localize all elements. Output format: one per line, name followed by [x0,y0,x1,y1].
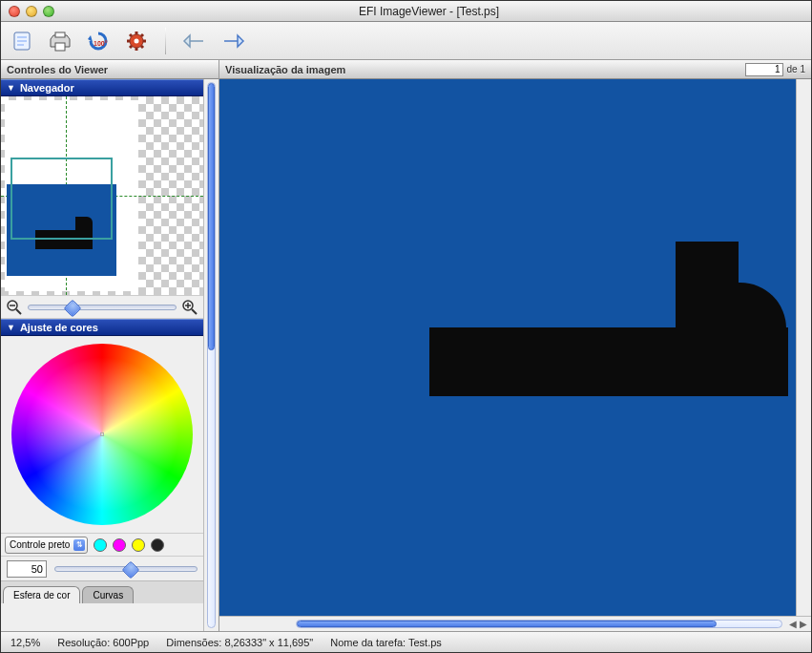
image-canvas[interactable] [219,79,796,616]
toolbar: 100° [1,22,811,60]
canvas-horizontal-scrollbar[interactable]: ◀ ▶ [219,616,811,631]
sidebar: Controles do Viewer Navegador [1,60,219,631]
toolbar-separator [165,28,166,54]
zoom-window-button[interactable] [43,6,54,17]
channel-dropdown[interactable]: Controle preto [5,537,88,554]
color-wheel[interactable] [11,344,193,525]
svg-line-18 [16,309,21,314]
sidebar-scrollbar[interactable] [203,79,219,631]
canvas-horizontal-scrollbar-thumb[interactable] [297,621,717,627]
brightness-input[interactable] [7,560,47,578]
navigator-section-header[interactable]: Navegador [1,79,203,96]
title-bar: EFI ImageViewer - [Test.ps] [1,1,811,22]
window-controls [9,6,54,17]
navigator-panel[interactable] [1,96,203,295]
zoom-slider[interactable] [28,305,177,310]
brightness-slider-handle[interactable] [121,560,139,579]
svg-line-15 [130,46,132,48]
tab-curves[interactable]: Curvas [82,586,134,603]
zoom-in-icon[interactable] [180,298,199,317]
status-bar: 12,5% Resolução: 600Ppp Dimensões: 8,263… [1,631,811,652]
close-window-button[interactable] [9,6,20,17]
forward-arrow-icon[interactable] [219,28,246,54]
svg-line-16 [141,34,143,36]
zoom-slider-handle[interactable] [63,299,81,317]
minimize-window-button[interactable] [26,6,37,17]
svg-line-14 [141,46,143,48]
zoom-out-icon[interactable] [5,298,24,317]
svg-rect-4 [55,43,65,51]
back-arrow-icon[interactable] [181,28,208,54]
yellow-channel-icon[interactable] [132,538,145,552]
svg-line-13 [130,34,132,36]
svg-point-8 [135,38,139,43]
color-section-header[interactable]: Ajuste de cores [1,319,203,336]
status-taskname: Nome da tarefa: Test.ps [330,637,442,648]
svg-text:100°: 100° [94,40,108,47]
gear-icon[interactable] [123,28,150,54]
preview-panel: Visualização da imagem de 1 ◀ ▶ [219,60,811,631]
rotate-icon[interactable]: 100° [85,28,112,54]
scrollbar-arrows[interactable]: ◀ ▶ [789,619,807,629]
cyan-channel-icon[interactable] [94,538,107,552]
brightness-slider[interactable] [54,566,198,572]
color-wheel-picker[interactable] [100,432,104,436]
zoom-slider-row [1,295,203,319]
canvas-vertical-scrollbar[interactable] [796,79,811,616]
brightness-row [1,556,203,580]
black-channel-icon[interactable] [151,538,164,552]
magenta-channel-icon[interactable] [113,538,126,552]
sidebar-scrollbar-thumb[interactable] [208,83,215,350]
navigator-viewport-frame[interactable] [12,159,111,238]
preview-header: Visualização da imagem de 1 [219,60,811,79]
window-title: EFI ImageViewer - [Test.ps] [54,5,803,18]
color-channel-row: Controle preto [1,533,203,556]
status-dimensions: Dimensões: 8,26333" x 11,695" [166,637,313,648]
page-number-input[interactable] [745,63,783,76]
status-resolution: Resolução: 600Ppp [57,637,149,648]
status-zoom: 12,5% [10,637,40,648]
svg-rect-5 [55,32,65,37]
file-icon[interactable] [9,28,35,54]
preview-title: Visualização da imagem [225,64,345,75]
page-count-label: de 1 [787,64,805,74]
color-tabs: Esfera de cor Curvas [1,580,203,603]
svg-line-21 [192,309,197,314]
color-wheel-panel [1,336,203,533]
print-icon[interactable] [47,28,73,54]
sidebar-title: Controles do Viewer [1,60,219,79]
tab-color-sphere[interactable]: Esfera de cor [3,586,80,603]
